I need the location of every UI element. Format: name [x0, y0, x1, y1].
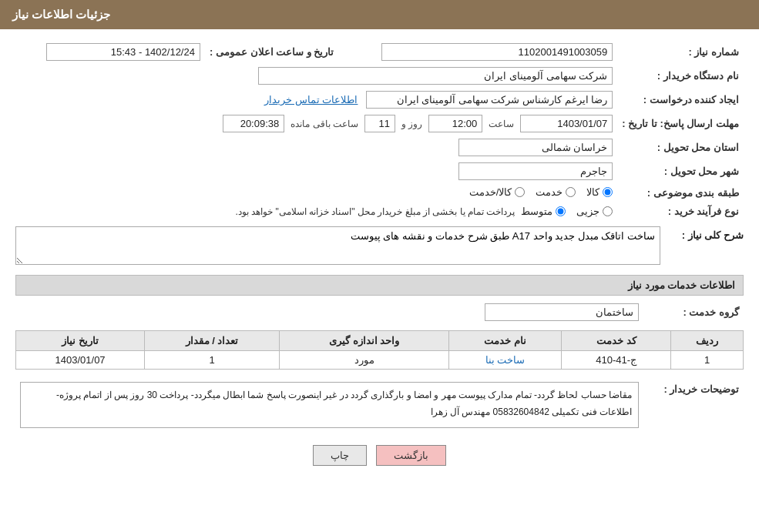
nam-dastgah-value: شرکت سهامی آلومینای ایران — [15, 64, 617, 88]
mohlat-date-input: 1403/01/07 — [520, 115, 613, 132]
col-radif: ردیف — [671, 331, 744, 351]
sharh-kolli-label: شرح کلی نیاز : — [667, 226, 744, 241]
form-table-top: شماره نیاز : 1102001491003059 تاریخ و سا… — [15, 40, 744, 220]
grouh-khedmat-table: گروه خدمت : ساختمان — [15, 300, 744, 324]
mohlat-saat-input: 12:00 — [428, 115, 482, 132]
ostan-value: خراسان شمالی — [15, 136, 617, 159]
radio-kala-input[interactable] — [603, 187, 613, 197]
ostan-label: استان محل تحویل : — [617, 136, 744, 159]
col-kod: کد خدمت — [562, 331, 671, 351]
cell-nam: ساخت بنا — [449, 351, 562, 370]
nam-dastgah-input: شرکت سهامی آلومینای ایران — [258, 67, 613, 85]
cell-vahed: مورد — [279, 351, 448, 370]
cell-tedad: 1 — [145, 351, 280, 370]
shomare-niaz-label: شماره نیاز : — [617, 40, 744, 64]
col-tedad: تعداد / مقدار — [145, 331, 280, 351]
footer-buttons: بازگشت چاپ — [15, 445, 744, 466]
tabaqebandi-row: کالا خدمت کالا/خدمت — [15, 183, 617, 202]
shomare-niaz-value: 1102001491003059 — [338, 40, 617, 64]
ijad-konande-value: رضا ایرغم کارشناس شرکت سهامی آلومینای ای… — [15, 88, 617, 112]
radio-kala-label: کالا — [586, 186, 599, 198]
mohlat-baghimande-label: ساعت باقی مانده — [291, 119, 358, 129]
shomare-niaz-input: 1102001491003059 — [381, 43, 613, 61]
grouh-input: ساختمان — [485, 303, 639, 321]
noe-farayand-note: پرداخت تمام یا بخشی از مبلغ خریدار محل "… — [235, 206, 515, 217]
sharh-kolli-input-wrapper — [15, 226, 660, 267]
mohlat-flex: 1403/01/07 ساعت 12:00 روز و 11 ساعت باقی… — [20, 115, 613, 132]
khadamat-section-header: اطلاعات خدمات مورد نیاز — [15, 275, 744, 296]
sharh-kolli-section: شرح کلی نیاز : — [15, 226, 744, 267]
radio-kala-khedmat[interactable]: کالا/خدمت — [469, 186, 526, 198]
mohlat-rooz-label: روز و — [401, 119, 422, 129]
col-vahed: واحد اندازه گیری — [279, 331, 448, 351]
tabaqebandi-label: طبقه بندی موضوعی : — [617, 183, 744, 202]
sharh-kolli-textarea[interactable] — [15, 226, 660, 265]
radio-kala-khedmat-label: کالا/خدمت — [469, 186, 512, 198]
shahr-value: جاجرم — [15, 159, 617, 183]
tawzih-notes-box: مقاضا حساب لحاظ گردد- تمام مدارک پیوست م… — [20, 382, 639, 428]
col-tarikh: تاریخ نیاز — [16, 331, 145, 351]
grouh-label: گروه خدمت : — [643, 300, 744, 324]
page-title: جزئیات اطلاعات نیاز — [12, 8, 110, 21]
mohlat-saat-label: ساعت — [489, 119, 514, 129]
ijad-konande-label: ایجاد کننده درخواست : — [617, 88, 744, 112]
cell-radif: 1 — [671, 351, 744, 370]
radio-motavasset-input[interactable] — [556, 206, 566, 216]
radio-jozi[interactable]: جزیی — [576, 206, 613, 217]
noe-farayand-label: نوع فرآیند خرید : — [617, 202, 744, 220]
taarikh-elan-input: 1402/12/24 - 15:43 — [46, 43, 200, 61]
noe-farayand-flex: جزیی متوسط پرداخت تمام یا بخشی از مبلغ خ… — [20, 206, 613, 217]
shahr-label: شهر محل تحویل : — [617, 159, 744, 183]
print-button[interactable]: چاپ — [313, 445, 367, 466]
page-header: جزئیات اطلاعات نیاز — [0, 0, 759, 29]
taarikh-elan-label: تاریخ و ساعت اعلان عمومی : — [205, 40, 338, 64]
mohlat-row: 1403/01/07 ساعت 12:00 روز و 11 ساعت باقی… — [15, 112, 617, 136]
grouh-value: ساختمان — [15, 300, 643, 324]
radio-jozi-label: جزیی — [576, 206, 599, 217]
radio-jozi-input[interactable] — [603, 206, 613, 216]
services-table: ردیف کد خدمت نام خدمت واحد اندازه گیری ت… — [15, 330, 744, 370]
mohlat-label: مهلت ارسال پاسخ: تا تاریخ : — [617, 112, 744, 136]
cell-tarikh: 1403/01/07 — [16, 351, 145, 370]
radio-khedmat[interactable]: خدمت — [536, 186, 576, 198]
taarikh-elan-value: 1402/12/24 - 15:43 — [15, 40, 205, 64]
etelaattamas-link[interactable]: اطلاعات تماس خریدار — [264, 94, 358, 105]
nam-dastgah-label: نام دستگاه خریدار : — [617, 64, 744, 88]
main-content: شماره نیاز : 1102001491003059 تاریخ و سا… — [0, 29, 759, 486]
tawzih-value: مقاضا حساب لحاظ گردد- تمام مدارک پیوست م… — [15, 379, 643, 431]
noe-farayand-radio-group: جزیی متوسط — [521, 206, 613, 217]
col-nam: نام خدمت — [449, 331, 562, 351]
ijad-konande-input: رضا ایرغم کارشناس شرکت سهامی آلومینای ای… — [366, 91, 613, 109]
radio-kala[interactable]: کالا — [586, 186, 613, 198]
noe-farayand-row: جزیی متوسط پرداخت تمام یا بخشی از مبلغ خ… — [15, 202, 617, 220]
shahr-input: جاجرم — [458, 162, 613, 180]
page-wrapper: جزئیات اطلاعات نیاز شماره نیاز : 1102001… — [0, 0, 759, 532]
radio-khedmat-input[interactable] — [566, 187, 576, 197]
table-row: 1 ج-41-410 ساخت بنا مورد 1 1403/01/07 — [16, 351, 744, 370]
tawzih-label: توضیحات خریدار : — [643, 379, 744, 431]
tawzih-table: توضیحات خریدار : مقاضا حساب لحاظ گردد- ت… — [15, 379, 744, 431]
radio-motavasset-label: متوسط — [521, 206, 552, 217]
tabaqebandi-radio-group: کالا خدمت کالا/خدمت — [469, 186, 613, 198]
back-button[interactable]: بازگشت — [376, 445, 446, 466]
cell-kod: ج-41-410 — [562, 351, 671, 370]
mohlat-rooz-input: 11 — [364, 115, 395, 132]
radio-kala-khedmat-input[interactable] — [515, 187, 525, 197]
radio-motavasset[interactable]: متوسط — [521, 206, 566, 217]
ostan-input: خراسان شمالی — [458, 139, 613, 156]
radio-khedmat-label: خدمت — [536, 186, 563, 198]
mohlat-baghimande-input: 20:09:38 — [223, 115, 284, 132]
